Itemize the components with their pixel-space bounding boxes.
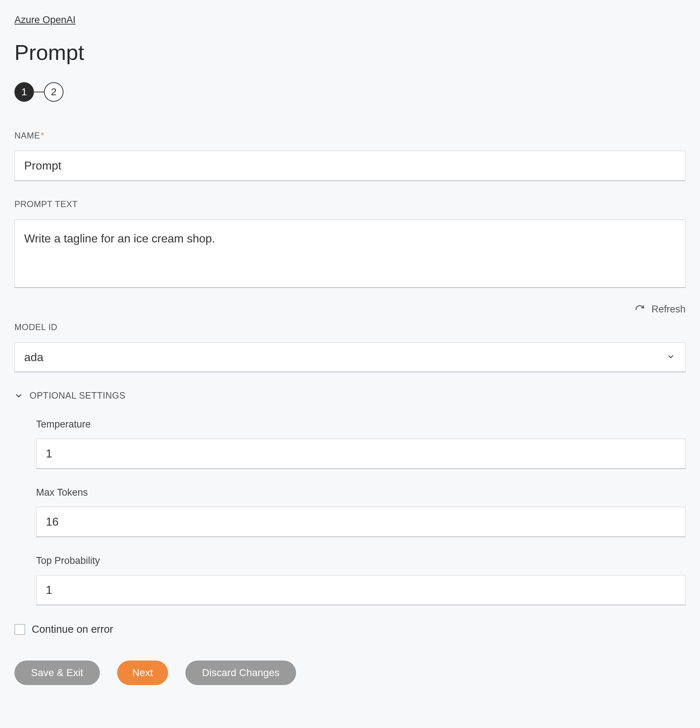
breadcrumb-link[interactable]: Azure OpenAI [14,14,76,26]
model-id-label: MODEL ID [14,322,686,332]
next-button[interactable]: Next [117,660,169,685]
step-2[interactable]: 2 [44,82,64,102]
continue-on-error-label: Continue on error [32,623,113,635]
page-title: Prompt [14,40,686,65]
max-tokens-label: Max Tokens [36,487,686,498]
model-id-select[interactable]: ada [14,342,686,372]
optional-settings-label: OPTIONAL SETTINGS [30,390,126,401]
optional-settings-toggle[interactable]: OPTIONAL SETTINGS [14,390,686,401]
temperature-input[interactable] [36,439,686,469]
chevron-down-icon [14,391,23,400]
step-connector [34,92,44,92]
top-probability-input[interactable] [36,575,686,605]
max-tokens-input[interactable] [36,507,686,537]
name-label: NAME* [14,131,686,141]
name-input[interactable] [14,151,686,181]
prompt-text-input[interactable]: Write a tagline for an ice cream shop. [14,220,686,288]
optional-settings-body: Temperature Max Tokens Top Probability [14,419,686,605]
top-probability-label: Top Probability [36,555,686,566]
temperature-label: Temperature [36,419,686,430]
save-exit-button[interactable]: Save & Exit [14,660,100,685]
refresh-label: Refresh [651,304,686,315]
continue-on-error-checkbox[interactable] [14,624,25,635]
required-asterisk: * [41,131,44,140]
discard-changes-button[interactable]: Discard Changes [185,660,296,685]
prompt-text-label: PROMPT TEXT [14,199,686,209]
refresh-icon [635,305,645,315]
name-label-text: NAME [14,131,40,140]
stepper: 1 2 [14,82,686,102]
step-1[interactable]: 1 [14,82,34,102]
refresh-button[interactable]: Refresh [14,304,686,315]
